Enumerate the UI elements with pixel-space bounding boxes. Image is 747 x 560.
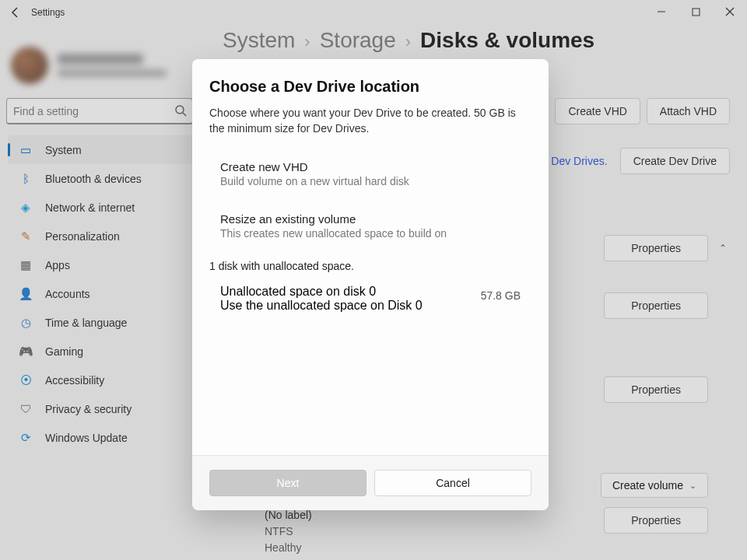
- option-title: Resize an existing volume: [220, 212, 521, 226]
- option-description: This creates new unallocated space to bu…: [220, 227, 521, 240]
- dev-drive-location-dialog: Choose a Dev Drive location Choose where…: [192, 59, 549, 510]
- option-unallocated-disk-0[interactable]: Unallocated space on disk 0 Use the unal…: [209, 280, 531, 317]
- next-button[interactable]: Next: [209, 470, 366, 496]
- option-title: Unallocated space on disk 0: [220, 285, 423, 299]
- option-title: Create new VHD: [220, 160, 521, 173]
- cancel-button[interactable]: Cancel: [374, 470, 531, 496]
- dialog-intro: Choose where you want your Dev Drive to …: [209, 105, 531, 137]
- option-description: Build volume on a new virtual hard disk: [220, 175, 521, 187]
- unallocated-section-label: 1 disk with unallocated space.: [209, 260, 531, 272]
- option-description: Use the unallocated space on Disk 0: [220, 299, 423, 313]
- option-create-new-vhd[interactable]: Create new VHD Build volume on a new vir…: [209, 154, 531, 195]
- disk-size: 57.8 GB: [481, 289, 521, 302]
- dialog-title: Choose a Dev Drive location: [209, 78, 531, 96]
- option-resize-volume[interactable]: Resize an existing volume This creates n…: [209, 206, 531, 247]
